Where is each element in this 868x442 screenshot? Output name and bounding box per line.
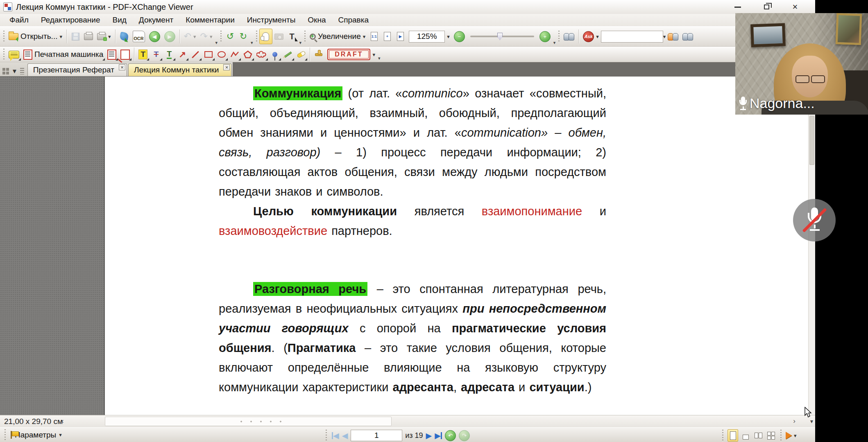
- options-button[interactable]: Параметры: [15, 431, 56, 440]
- zoom-level-dropdown-icon[interactable]: ▾: [447, 34, 450, 39]
- vertical-scrollbar-thumb[interactable]: [809, 116, 814, 165]
- print-options-button[interactable]: ▾: [95, 29, 113, 44]
- toolbar-grip[interactable]: [2, 30, 5, 43]
- hand-tool-button[interactable]: [259, 29, 272, 44]
- microphone-muted-button[interactable]: [793, 199, 836, 241]
- menu-edit[interactable]: Редактирование: [35, 14, 107, 26]
- panel-arrow-icon[interactable]: ▼: [11, 68, 18, 74]
- toolbar-overflow-icon[interactable]: ▾: [251, 41, 253, 46]
- history-forward-button[interactable]: ▶: [162, 29, 177, 44]
- facing-layout-button[interactable]: [753, 429, 764, 442]
- polygon-tool-button[interactable]: [241, 48, 254, 61]
- menu-tools[interactable]: Инструменты: [241, 14, 301, 26]
- ask-dropdown-icon[interactable]: ▾: [596, 34, 599, 39]
- continuous-layout-button[interactable]: [740, 429, 751, 442]
- sticky-note-button[interactable]: [7, 48, 21, 61]
- select-text-button[interactable]: T: [286, 29, 299, 44]
- toolbar-grip[interactable]: [325, 429, 328, 442]
- rotate-cw-button[interactable]: ↻: [237, 29, 250, 44]
- previous-view-button[interactable]: ↶: [445, 430, 456, 441]
- actual-size-button[interactable]: 1:1: [367, 29, 381, 44]
- horizontal-scrollbar-thumb[interactable]: [105, 417, 392, 426]
- save-button[interactable]: [69, 29, 82, 44]
- toolbar-grip[interactable]: [4, 428, 7, 442]
- redo-dropdown-icon[interactable]: ▾: [210, 34, 213, 39]
- draft-stamp-button[interactable]: DRAFT ▾: [325, 48, 377, 61]
- typewriter-button[interactable]: Печатная машинка: [21, 48, 105, 61]
- tab-close-icon[interactable]: ×: [119, 64, 125, 70]
- bookmarks-panel-icon[interactable]: [20, 68, 24, 74]
- zoom-tool-dropdown-icon[interactable]: ▾: [363, 34, 366, 39]
- history-back-button[interactable]: ◀: [147, 29, 162, 44]
- menu-view[interactable]: Вид: [106, 14, 132, 26]
- single-page-layout-button[interactable]: [727, 429, 738, 442]
- tab-close-icon[interactable]: ×: [223, 64, 230, 70]
- print-dropdown-icon[interactable]: ▾: [108, 34, 111, 39]
- facing-continuous-layout-button[interactable]: [766, 429, 776, 442]
- undo-button[interactable]: ↶ ▾: [182, 29, 198, 44]
- fit-page-button[interactable]: +: [381, 29, 394, 44]
- pencil-tool-button[interactable]: [281, 48, 295, 61]
- underline-text-button[interactable]: T: [163, 48, 176, 61]
- toolbar-overflow-icon[interactable]: ▾: [378, 56, 381, 62]
- toolbar-overflow-icon[interactable]: ▾: [215, 41, 218, 46]
- previous-page-button[interactable]: ◀: [342, 431, 348, 440]
- toolbar-grip[interactable]: [255, 30, 258, 43]
- find-previous-button[interactable]: [680, 29, 695, 44]
- zoom-out-button[interactable]: −: [452, 29, 467, 44]
- draft-dropdown-icon[interactable]: ▾: [372, 52, 375, 57]
- ocr-button[interactable]: OCR: [131, 29, 147, 44]
- first-page-button[interactable]: ◀: [332, 431, 339, 440]
- menu-document[interactable]: Документ: [133, 14, 179, 26]
- highlight-text-button[interactable]: T: [136, 48, 150, 61]
- toolbar-grip[interactable]: [304, 30, 306, 43]
- line-tool-button[interactable]: [189, 48, 202, 61]
- search-button[interactable]: [562, 29, 576, 44]
- open-button[interactable]: Открыть... ▾: [7, 29, 64, 44]
- zoom-slider-thumb[interactable]: [497, 33, 503, 40]
- tab-lekcia-kommun-taktiki[interactable]: Лекция Коммун тактики ×: [128, 63, 231, 76]
- cloud-tool-button[interactable]: [254, 48, 268, 61]
- snapshot-button[interactable]: [272, 29, 286, 44]
- toolbar-grip[interactable]: [721, 429, 724, 442]
- toolbar-grip[interactable]: [220, 30, 222, 43]
- vertical-scrollbar[interactable]: [808, 77, 815, 415]
- toolbar-overflow-icon[interactable]: ▾: [299, 41, 302, 46]
- toolbar-grip[interactable]: [558, 30, 560, 43]
- scroll-right-icon[interactable]: ›: [793, 417, 795, 425]
- strikeout-text-button[interactable]: T: [150, 48, 163, 61]
- zoom-in-button[interactable]: +: [537, 29, 553, 44]
- menu-file[interactable]: Файл: [3, 14, 35, 26]
- find-next-button[interactable]: [666, 29, 680, 44]
- print-button[interactable]: [82, 29, 95, 44]
- last-page-button[interactable]: ▶: [435, 431, 442, 440]
- options-dropdown-icon[interactable]: ▾: [59, 432, 62, 437]
- menu-windows[interactable]: Окна: [301, 14, 332, 26]
- callout-button[interactable]: [118, 48, 132, 61]
- rectangle-tool-button[interactable]: [202, 48, 215, 61]
- fit-width-button[interactable]: ▶: [394, 29, 407, 44]
- export-button[interactable]: [118, 29, 131, 44]
- scroll-left-icon[interactable]: ‹: [61, 417, 64, 425]
- text-box-button[interactable]: [105, 48, 118, 61]
- open-dropdown-icon[interactable]: ▾: [59, 34, 62, 39]
- ask-button[interactable]: Ask ▾: [581, 29, 601, 44]
- search-input[interactable]: [601, 31, 663, 43]
- browse-dropdown-icon[interactable]: ▾: [794, 433, 797, 438]
- page-number-input[interactable]: 1: [351, 430, 402, 441]
- webcam-video[interactable]: Nagorna...: [735, 13, 868, 115]
- browse-tool-icon[interactable]: [786, 432, 792, 439]
- thumbnails-panel-icon[interactable]: [2, 68, 9, 74]
- zoom-level-value[interactable]: 125%: [409, 31, 445, 43]
- eraser-tool-button[interactable]: [295, 48, 308, 61]
- tab-presentation-referat[interactable]: Презентация Реферат ×: [27, 63, 127, 76]
- zoom-level-combo[interactable]: 125% ▾: [407, 29, 452, 44]
- menu-comments[interactable]: Комментарии: [179, 14, 241, 26]
- toolbar-grip[interactable]: [2, 48, 5, 61]
- stamp-tool-button[interactable]: [312, 48, 325, 61]
- close-button[interactable]: ×: [789, 2, 801, 12]
- menu-help[interactable]: Справка: [332, 14, 375, 26]
- next-page-button[interactable]: ▶: [426, 431, 432, 440]
- redo-button[interactable]: ↷ ▾: [198, 29, 215, 44]
- toolbar-overflow-icon[interactable]: ▾: [553, 41, 556, 46]
